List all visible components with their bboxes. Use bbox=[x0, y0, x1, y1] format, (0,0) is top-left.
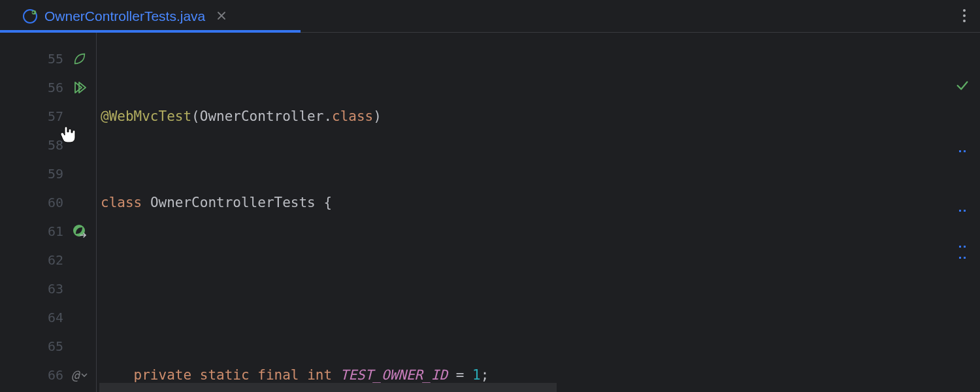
close-tab-icon[interactable] bbox=[217, 8, 226, 24]
code-line[interactable]: class OwnerControllerTests { bbox=[101, 188, 980, 217]
line-number: 61 bbox=[37, 223, 63, 239]
line-number: 62 bbox=[37, 252, 63, 268]
line-number: 65 bbox=[37, 338, 63, 354]
tab-more-actions-icon[interactable] bbox=[963, 9, 966, 22]
line-number: 60 bbox=[37, 195, 63, 210]
chevron-down-icon[interactable] bbox=[80, 369, 88, 382]
at-override-icon[interactable]: @ bbox=[71, 367, 79, 383]
horizontal-scrollbar-thumb[interactable] bbox=[99, 383, 557, 392]
line-number: 57 bbox=[37, 108, 63, 124]
line-number: 59 bbox=[37, 166, 63, 182]
line-number: 64 bbox=[37, 310, 63, 325]
code-line[interactable] bbox=[101, 274, 980, 303]
code-line[interactable]: @WebMvcTest(OwnerController.class) bbox=[101, 102, 980, 131]
tab-filename: OwnerControllerTests.java bbox=[44, 8, 205, 24]
run-class-icon[interactable] bbox=[70, 80, 90, 95]
marker-icon[interactable] bbox=[959, 246, 966, 248]
inspection-ok-icon[interactable] bbox=[955, 78, 970, 95]
line-number: 55 bbox=[37, 51, 63, 67]
line-number: 66 bbox=[37, 367, 63, 383]
editor-gutter: 55 56 57 58 59 60 61 bbox=[0, 33, 97, 392]
marker-icon[interactable] bbox=[959, 257, 966, 259]
java-class-file-icon bbox=[22, 8, 38, 24]
spring-leaf-icon[interactable] bbox=[70, 52, 90, 66]
error-stripe[interactable] bbox=[959, 150, 966, 259]
marker-icon[interactable] bbox=[959, 150, 966, 152]
line-number: 58 bbox=[37, 137, 63, 153]
marker-icon[interactable] bbox=[959, 210, 966, 212]
line-number: 56 bbox=[37, 80, 63, 95]
editor-tab-bar: OwnerControllerTests.java bbox=[0, 0, 980, 33]
file-tab-active[interactable]: OwnerControllerTests.java bbox=[13, 0, 235, 32]
code-area[interactable]: @WebMvcTest(OwnerController.class) class… bbox=[97, 33, 980, 392]
code-editor[interactable]: 55 56 57 58 59 60 61 bbox=[0, 33, 980, 392]
line-number: 63 bbox=[37, 281, 63, 297]
spring-bean-nav-icon[interactable] bbox=[70, 223, 90, 239]
